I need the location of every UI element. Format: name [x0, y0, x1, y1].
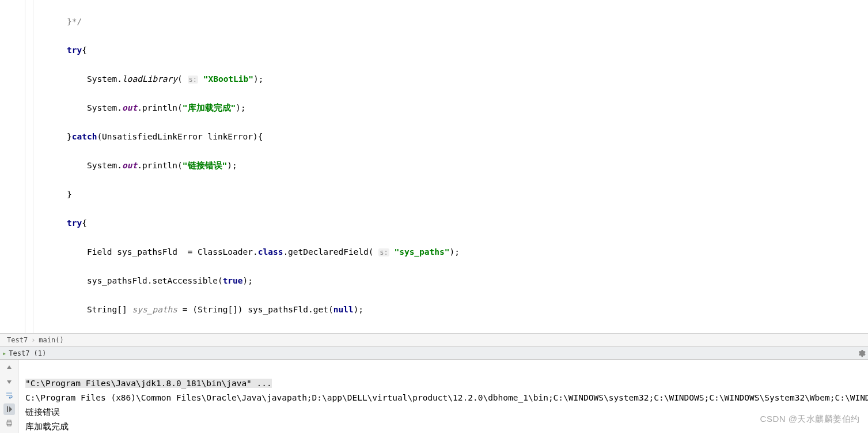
watermark: CSDN @天水麒麟姜伯约: [760, 414, 860, 425]
fold-gutter: [25, 0, 33, 333]
run-tab-label[interactable]: Test7 (1): [9, 349, 46, 357]
svg-rect-1: [7, 420, 11, 422]
console-output[interactable]: "C:\Program Files\Java\jdk1.8.0_181\bin\…: [18, 360, 868, 433]
code-editor[interactable]: }*/ try{ System.loadLibrary( s: "XBootLi…: [0, 0, 868, 333]
soft-wrap-button[interactable]: [3, 390, 15, 401]
breadcrumb-sep: ›: [31, 336, 35, 344]
console-line: 库加载完成: [25, 422, 69, 431]
code-content[interactable]: }*/ try{ System.loadLibrary( s: "XBootLi…: [33, 0, 868, 333]
run-tab-icon: ▸: [2, 349, 6, 357]
gear-icon[interactable]: [858, 349, 866, 357]
scroll-up-button[interactable]: [3, 362, 15, 373]
breadcrumb: Test7 › main(): [0, 333, 868, 347]
breadcrumb-item[interactable]: Test7: [7, 336, 28, 344]
scroll-down-button[interactable]: [3, 376, 15, 387]
console-panel: "C:\Program Files\Java\jdk1.8.0_181\bin\…: [0, 360, 868, 433]
run-tool-tab-bar: ▸ Test7 (1): [0, 347, 868, 360]
line-number-gutter: [0, 0, 25, 333]
kw-try: try: [67, 46, 82, 55]
print-button[interactable]: [3, 417, 15, 429]
breadcrumb-item[interactable]: main(): [39, 336, 63, 344]
console-toolbar: [0, 360, 18, 433]
console-command-line: "C:\Program Files\Java\jdk1.8.0_181\bin\…: [25, 379, 272, 388]
comment-end: }*/: [67, 17, 82, 26]
console-line: C:\Program Files (x86)\Common Files\Orac…: [25, 393, 868, 402]
scroll-to-end-button[interactable]: [3, 403, 15, 415]
console-line: 链接错误: [25, 407, 60, 417]
